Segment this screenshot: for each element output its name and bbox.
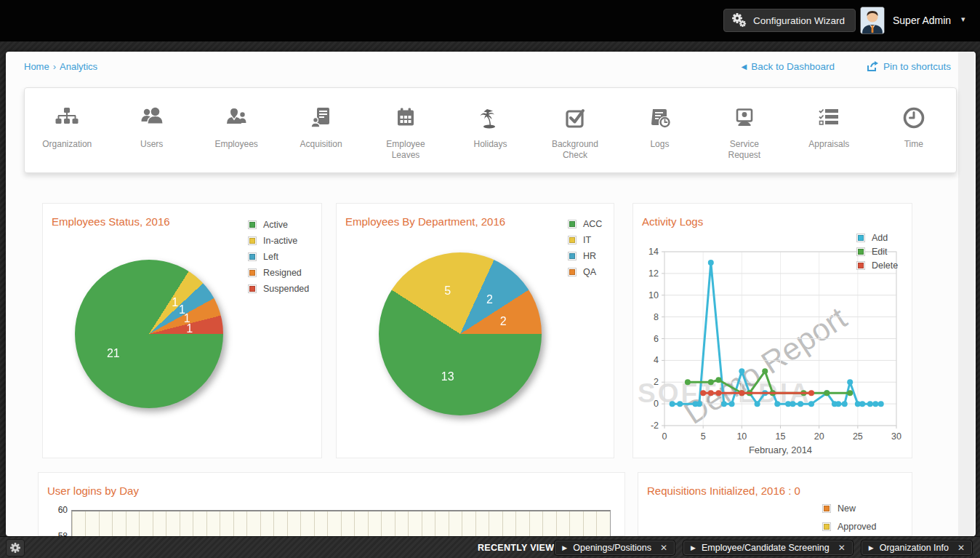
toolbar-label: Employees <box>214 139 257 150</box>
tab-openings-positions[interactable]: ▶ Openings/Positions ✕ <box>554 540 675 556</box>
tab-organization-info[interactable]: ▶ Organization Info ✕ <box>861 540 973 556</box>
legend-item: Resigned <box>248 268 309 278</box>
svg-text:25: 25 <box>853 431 863 442</box>
toolbar-item-service-request[interactable]: Service Request <box>702 88 787 172</box>
acquisition-document-icon <box>308 105 334 130</box>
close-icon[interactable]: ✕ <box>660 543 667 553</box>
app-viewport: Configuration Wizard Super Admin ▾ Home›… <box>0 0 980 558</box>
legend-label: Add <box>872 233 888 243</box>
svg-text:-2: -2 <box>651 421 659 431</box>
legend-label: Suspended <box>263 284 309 294</box>
legend-swatch <box>248 220 257 229</box>
legend-swatch <box>822 522 831 531</box>
legend-label: Resigned <box>263 268 302 278</box>
pin-to-shortcuts-label: Pin to shortcuts <box>883 61 951 72</box>
legend-item: In-active <box>248 236 309 246</box>
legend-swatch <box>568 252 577 260</box>
breadcrumb-separator: › <box>53 61 56 72</box>
legend-swatch <box>856 234 865 242</box>
toolbar-label: Users <box>140 139 163 150</box>
toolbar-label: Employee Leaves <box>374 139 437 161</box>
toolbar-item-holidays[interactable]: Holidays <box>448 88 532 172</box>
legend-swatch <box>568 268 577 276</box>
toolbar-label: Acquisition <box>300 139 342 150</box>
legend-swatch <box>248 284 257 293</box>
toolbar-item-acquisition[interactable]: Acquisition <box>278 88 363 172</box>
legend-activity-logs: AddEditDelete <box>856 233 898 271</box>
svg-text:14: 14 <box>648 247 659 257</box>
breadcrumb-current[interactable]: Analytics <box>60 61 97 72</box>
chart-title: Requisitions Initialized, 2016 : 0 <box>647 485 800 497</box>
toolbar-item-appraisals[interactable]: Appraisals <box>787 88 871 172</box>
user-menu-caret-icon[interactable]: ▾ <box>961 15 965 24</box>
toolbar-item-time[interactable]: Time <box>872 88 956 172</box>
breadcrumb-home-link[interactable]: Home <box>24 61 49 72</box>
legend-swatch <box>248 268 257 277</box>
pie-value-label: 1 <box>172 296 178 309</box>
svg-text:8: 8 <box>654 312 659 322</box>
toolbar-item-organization[interactable]: Organization <box>25 88 109 172</box>
pie-value-label: 2 <box>500 315 507 328</box>
back-arrow-icon: ◀ <box>741 63 747 71</box>
legend-item: Add <box>856 233 898 243</box>
legend-label: QA <box>583 267 596 277</box>
user-avatar[interactable] <box>860 7 885 34</box>
background-check-icon <box>562 105 588 130</box>
legend-swatch <box>822 504 831 513</box>
panel-employees-status: Employees Status, 2016 ActiveIn-activeLe… <box>42 203 322 458</box>
svg-text:20: 20 <box>814 431 824 442</box>
toolbar-item-logs[interactable]: Logs <box>617 88 702 172</box>
legend-employees-status: ActiveIn-activeLeftResignedSuspended <box>248 220 309 294</box>
legend-swatch <box>248 236 257 245</box>
svg-text:12: 12 <box>648 268 659 279</box>
svg-text:6: 6 <box>654 334 659 344</box>
tab-employee-candidate-screening[interactable]: ▶ Employee/Candidate Screening ✕ <box>683 540 854 556</box>
toolbar-label: Background Check <box>544 139 606 161</box>
legend-label: Edit <box>872 247 888 257</box>
pie-value-label: 1 <box>186 322 193 335</box>
legend-label: HR <box>583 251 596 261</box>
panel-user-logins: User logins by Day 60 58 <box>38 472 625 536</box>
chart-title: Employees Status, 2016 <box>52 215 170 228</box>
legend-item: Active <box>248 220 309 230</box>
recently-viewed-tabs: ▶ Openings/Positions ✕ ▶ Employee/Candid… <box>554 540 973 556</box>
appraisals-checklist-icon <box>816 105 842 130</box>
settings-gear-button[interactable] <box>6 539 25 557</box>
configuration-wizard-button[interactable]: Configuration Wizard <box>723 9 856 32</box>
svg-text:0: 0 <box>654 399 659 409</box>
employees-icon <box>223 105 249 130</box>
panel-activity-logs: Activity Logs SOFTPEDIA Demo Report -202… <box>632 203 912 458</box>
legend-swatch <box>568 220 577 228</box>
legend-item: HR <box>568 251 602 261</box>
toolbar-label: Holidays <box>473 139 507 150</box>
close-icon[interactable]: ✕ <box>838 543 846 553</box>
legend-label: Left <box>263 252 278 262</box>
panel-employees-by-department: Employees By Department, 2016 ACCITHRQA … <box>336 203 614 458</box>
pie-value-label: 5 <box>444 284 451 298</box>
toolbar-label: Organization <box>42 139 92 150</box>
y-axis-tick: 60 <box>49 505 68 515</box>
svg-text:10: 10 <box>648 290 659 300</box>
gears-icon <box>731 12 747 28</box>
legend-item: ACC <box>568 219 602 229</box>
toolbar-item-background-check[interactable]: Background Check <box>533 88 617 172</box>
toolbar-label: Appraisals <box>808 139 849 150</box>
pin-to-shortcuts-link[interactable]: Pin to shortcuts <box>867 61 951 72</box>
legend-item: QA <box>568 267 602 277</box>
scrollbar-track[interactable] <box>958 52 974 536</box>
svg-text:5: 5 <box>701 431 706 442</box>
legend-item: Edit <box>856 247 898 257</box>
toolbar-item-employee-leaves[interactable]: Employee Leaves <box>364 88 448 172</box>
y-axis-tick: 58 <box>49 531 68 536</box>
close-icon[interactable]: ✕ <box>957 543 965 553</box>
top-navigation-bar: Configuration Wizard Super Admin ▾ <box>0 0 980 41</box>
svg-text:February, 2014: February, 2014 <box>749 445 812 455</box>
toolbar-item-employees[interactable]: Employees <box>194 88 278 172</box>
legend-item: New <box>822 503 877 514</box>
user-name[interactable]: Super Admin <box>893 15 951 26</box>
legend-label: IT <box>583 235 591 245</box>
svg-text:0: 0 <box>662 431 667 442</box>
legend-swatch <box>856 261 865 270</box>
back-to-dashboard-link[interactable]: ◀ Back to Dashboard <box>741 61 835 72</box>
toolbar-item-users[interactable]: Users <box>109 88 193 172</box>
